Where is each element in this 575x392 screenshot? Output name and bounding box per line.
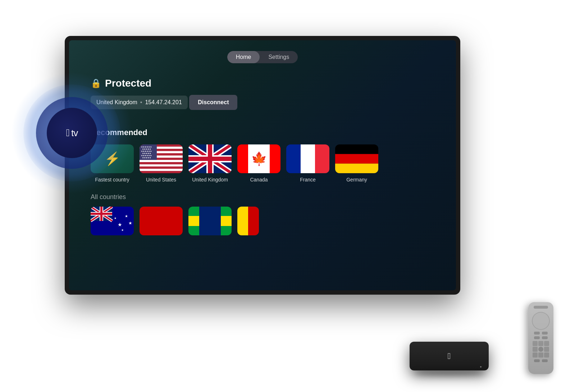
all-countries-title: All countries <box>91 193 434 201</box>
appletv-logo:  tv <box>66 128 78 139</box>
country-item-us[interactable]: ★★★★★★ ★★★★★ ★★★★★★ ★★★★★ ★★★★★★ ★★★★★ U… <box>140 144 183 183</box>
remote-btn-row-1 <box>534 332 548 335</box>
country-item-germany[interactable]: Germany <box>335 144 378 183</box>
svg-rect-36 <box>335 144 378 154</box>
dot-separator: • <box>140 99 142 106</box>
us-label: United States <box>146 177 176 183</box>
remote-dpad-blank4 <box>544 352 549 358</box>
svg-rect-31 <box>270 144 280 173</box>
svg-rect-12 <box>140 171 183 173</box>
svg-rect-10 <box>140 167 183 169</box>
svg-text:★: ★ <box>114 217 117 220</box>
uk-label: United Kingdom <box>192 177 228 183</box>
remote-btn-tv[interactable] <box>542 332 548 335</box>
nav-pill: Home Settings <box>227 51 298 63</box>
remote-dpad-blank3 <box>533 352 538 358</box>
svg-text:★: ★ <box>121 229 124 232</box>
us-flag: ★★★★★★ ★★★★★ ★★★★★★ ★★★★★ ★★★★★★ ★★★★★ <box>140 144 183 173</box>
france-flag <box>286 144 329 173</box>
svg-text:★★★★★: ★★★★★ <box>142 157 151 159</box>
status-section: 🔒 Protected United Kingdom • 154.47.24.2… <box>91 78 434 121</box>
svg-rect-9 <box>140 164 183 166</box>
appletv-logo-badge:  tv <box>47 108 97 158</box>
canada-flag: 🍁 <box>237 144 280 173</box>
remote-dpad-left[interactable] <box>533 347 538 352</box>
svg-rect-57 <box>237 207 248 235</box>
all-country-preview-4[interactable] <box>237 207 259 235</box>
remote-dpad-select[interactable] <box>538 347 543 352</box>
germany-flag <box>335 144 378 173</box>
remote-btn-vol-up[interactable] <box>542 359 548 362</box>
svg-rect-29 <box>237 144 248 173</box>
remote-dpad-down[interactable] <box>538 352 543 358</box>
tab-home[interactable]: Home <box>227 51 260 63</box>
remote-dpad-up[interactable] <box>538 341 543 346</box>
svg-rect-11 <box>140 169 183 171</box>
all-country-preview-2[interactable] <box>140 207 183 235</box>
svg-text:★: ★ <box>118 222 122 227</box>
svg-rect-28 <box>188 157 232 161</box>
france-label: France <box>300 177 316 183</box>
tab-settings[interactable]: Settings <box>260 51 298 63</box>
svg-rect-37 <box>335 154 378 164</box>
protected-row: 🔒 Protected <box>91 78 434 89</box>
apple-icon:  <box>66 128 70 138</box>
appletv-box:  <box>410 342 489 370</box>
svg-rect-35 <box>315 144 329 173</box>
svg-rect-8 <box>140 162 183 164</box>
canada-label: Canada <box>250 177 268 183</box>
apple-remote <box>528 302 553 374</box>
svg-rect-38 <box>335 163 378 173</box>
recommended-section: Recommended ⚡ Fastest country <box>91 128 434 183</box>
hardware-section:  <box>392 299 553 370</box>
remote-top-pill <box>534 306 548 309</box>
svg-text:★: ★ <box>125 214 128 218</box>
nav-tabs: Home Settings <box>91 51 434 63</box>
remote-dpad-blank2 <box>544 341 549 346</box>
country-item-france[interactable]: France <box>286 144 329 183</box>
recommended-grid: ⚡ Fastest country <box>91 144 434 183</box>
appletv-box-led <box>480 366 482 368</box>
remote-dpad <box>533 341 549 358</box>
all-country-preview-3[interactable] <box>188 207 232 235</box>
svg-rect-33 <box>286 144 301 173</box>
disconnect-button[interactable]: Disconnect <box>189 95 237 110</box>
appletv-box-logo:  <box>448 351 451 361</box>
remote-btn-mute[interactable] <box>534 336 540 339</box>
uk-flag <box>188 144 232 173</box>
all-countries-section: All countries <box>91 193 434 235</box>
remote-touchpad[interactable] <box>532 312 550 330</box>
ip-address: 154.47.24.201 <box>145 99 182 106</box>
svg-text:🍁: 🍁 <box>251 151 267 166</box>
svg-rect-56 <box>199 207 221 235</box>
tv-label: tv <box>71 128 78 139</box>
recommended-title: Recommended <box>91 128 434 137</box>
remote-btn-vol-down[interactable] <box>534 359 540 362</box>
germany-label: Germany <box>346 177 367 183</box>
remote-btn-play[interactable] <box>542 336 548 339</box>
remote-dpad-right[interactable] <box>544 347 549 352</box>
remote-btn-row-2 <box>534 336 548 339</box>
remote-btn-row-3 <box>534 359 548 362</box>
svg-rect-58 <box>248 207 259 235</box>
svg-rect-48 <box>91 213 112 215</box>
all-country-preview-1[interactable]: ★ ★ ★ ★ ★ <box>91 207 134 235</box>
remote-dpad-blank <box>533 341 538 346</box>
remote-btn-menu[interactable] <box>534 332 540 335</box>
svg-text:★: ★ <box>128 221 132 226</box>
appletv-logo-section:  tv <box>11 72 133 194</box>
svg-rect-34 <box>301 144 315 173</box>
svg-rect-7 <box>140 160 183 162</box>
country-item-uk[interactable]: United Kingdom <box>188 144 232 183</box>
country-item-canada[interactable]: 🍁 Canada <box>237 144 280 183</box>
all-countries-grid: ★ ★ ★ ★ ★ <box>91 207 434 235</box>
